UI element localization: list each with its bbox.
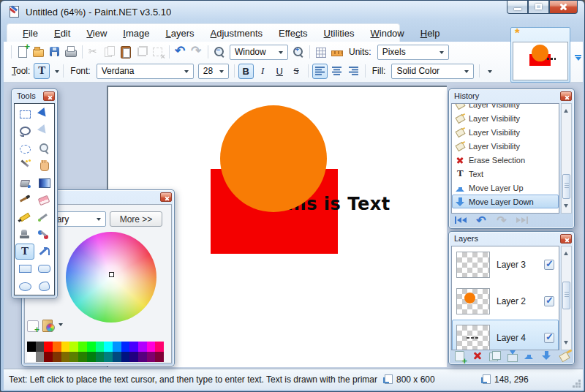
history-item[interactable]: Move Layer Down xyxy=(452,195,559,208)
palette-swatch[interactable] xyxy=(78,352,87,362)
title-bar[interactable]: Untitled (64%) - Paint.NET v3.5.10 xyxy=(1,1,584,23)
color-picker-tool[interactable] xyxy=(34,209,53,225)
palette-swatch[interactable] xyxy=(155,352,164,362)
document-tab[interactable]: * xyxy=(510,27,570,83)
crop-button[interactable] xyxy=(134,44,150,60)
palette-swatch[interactable] xyxy=(121,352,130,362)
freeform-shape-tool[interactable] xyxy=(34,278,53,294)
zoom-out-button[interactable]: − xyxy=(211,44,227,60)
palette-swatch[interactable] xyxy=(53,352,61,362)
layer-visibility-checkbox[interactable] xyxy=(544,296,554,306)
zoom-in-button[interactable]: + xyxy=(290,44,306,60)
layers-close-button[interactable] xyxy=(560,234,572,244)
ruler-toggle-button[interactable] xyxy=(329,44,345,60)
font-size-dropdown[interactable]: 28 xyxy=(198,64,229,79)
menu-utilities[interactable]: Utilities xyxy=(316,25,363,42)
palette-swatch[interactable] xyxy=(53,342,61,352)
move-layer-down-button[interactable] xyxy=(541,350,554,362)
pencil-tool[interactable] xyxy=(15,209,34,225)
palette-swatch[interactable] xyxy=(87,342,96,352)
ellipse-tool[interactable] xyxy=(15,278,34,294)
history-scrollbar[interactable] xyxy=(561,103,572,214)
palette-swatch[interactable] xyxy=(69,352,78,362)
redo-button[interactable] xyxy=(189,44,205,60)
magic-wand-tool[interactable] xyxy=(15,157,34,173)
history-close-button[interactable] xyxy=(560,91,572,101)
text-tool[interactable] xyxy=(15,244,34,260)
palette-swatch[interactable] xyxy=(61,352,70,362)
palette-swatch[interactable] xyxy=(121,342,130,352)
layer-visibility-checkbox[interactable] xyxy=(544,260,554,270)
palette-swatch[interactable] xyxy=(61,342,70,352)
align-left-button[interactable] xyxy=(312,64,328,79)
italic-button[interactable]: I xyxy=(255,64,271,79)
history-item[interactable]: Layer Visibility xyxy=(452,125,559,139)
palette-swatch[interactable] xyxy=(36,342,45,352)
paste-button[interactable] xyxy=(118,44,134,60)
delete-layer-button[interactable] xyxy=(471,350,484,362)
palette-swatch[interactable] xyxy=(96,342,105,352)
zoom-tool[interactable] xyxy=(34,140,53,157)
scroll-down-icon[interactable] xyxy=(564,341,568,347)
palette-swatch[interactable] xyxy=(78,342,87,352)
palette-swatch[interactable] xyxy=(129,342,138,352)
menu-layers[interactable]: Layers xyxy=(157,25,202,42)
add-color-button[interactable] xyxy=(27,320,39,332)
restore-button[interactable] xyxy=(528,0,549,14)
resize-grip[interactable] xyxy=(578,385,581,388)
align-center-button[interactable] xyxy=(329,64,344,79)
palette-swatch[interactable] xyxy=(113,342,121,352)
cut-button[interactable] xyxy=(86,44,102,60)
palette-swatch[interactable] xyxy=(36,352,45,362)
duplicate-layer-button[interactable] xyxy=(488,350,502,362)
new-button[interactable] xyxy=(15,44,31,60)
tools-close-button[interactable] xyxy=(43,91,55,101)
history-fast-forward-button[interactable] xyxy=(515,214,529,226)
units-dropdown[interactable]: Pixels xyxy=(377,45,449,60)
palette-swatch[interactable] xyxy=(96,352,105,362)
palette-swatch[interactable] xyxy=(155,342,164,352)
copy-button[interactable] xyxy=(102,44,118,60)
scrollbar-thumb[interactable] xyxy=(562,174,570,199)
palette-swatch[interactable] xyxy=(113,352,121,362)
history-rewind-button[interactable] xyxy=(453,214,468,226)
save-button[interactable] xyxy=(47,44,63,60)
menu-effects[interactable]: Effects xyxy=(271,25,316,42)
extra-options-dropdown[interactable] xyxy=(483,64,493,78)
history-item[interactable]: Erase Selection xyxy=(452,153,559,167)
history-item[interactable]: Move Layer Up xyxy=(452,181,559,195)
history-undo-button[interactable] xyxy=(474,214,488,226)
print-button[interactable] xyxy=(63,44,79,60)
palette-swatch[interactable] xyxy=(147,352,156,362)
gradient-tool[interactable] xyxy=(34,175,53,191)
palette-swatch[interactable] xyxy=(44,352,53,362)
history-item[interactable]: Layer Visibility xyxy=(452,139,559,153)
undo-button[interactable] xyxy=(173,44,189,60)
paintbrush-tool[interactable] xyxy=(15,192,34,208)
scroll-up-icon[interactable] xyxy=(564,249,568,255)
scroll-up-icon[interactable] xyxy=(564,107,568,113)
move-layer-up-button[interactable] xyxy=(524,350,537,362)
close-button[interactable] xyxy=(549,0,578,14)
palette-swatch[interactable] xyxy=(87,352,96,362)
ellipse-select-tool[interactable] xyxy=(15,140,34,157)
underline-button[interactable]: U xyxy=(272,64,287,79)
strikethrough-button[interactable]: S xyxy=(289,64,304,79)
scrollbar-thumb[interactable] xyxy=(562,282,570,309)
zoom-mode-dropdown[interactable]: Window xyxy=(230,45,288,60)
font-family-dropdown[interactable]: Verdana xyxy=(97,64,194,79)
lasso-select-tool[interactable] xyxy=(15,123,34,139)
menu-image[interactable]: Image xyxy=(115,25,157,42)
color-wheel[interactable] xyxy=(66,232,156,323)
minimize-button[interactable] xyxy=(507,0,528,14)
color-wheel-marker[interactable] xyxy=(109,272,114,277)
clone-stamp-tool[interactable] xyxy=(15,226,34,242)
line-curve-tool[interactable] xyxy=(34,244,53,260)
history-item[interactable]: Text xyxy=(452,167,559,181)
fill-style-dropdown[interactable]: Solid Color xyxy=(391,64,474,79)
eraser-tool[interactable] xyxy=(34,192,53,208)
palette-swatch[interactable] xyxy=(138,352,147,362)
layers-scrollbar[interactable] xyxy=(561,246,572,350)
menu-adjustments[interactable]: Adjustments xyxy=(203,25,271,42)
align-right-button[interactable] xyxy=(346,64,361,79)
